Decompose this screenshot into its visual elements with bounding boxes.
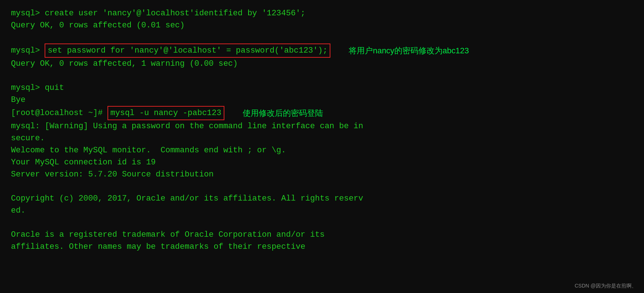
annotation-login: 使用修改后的密码登陆 (243, 107, 323, 119)
terminal-line-5: Query OK, 0 rows affected, 1 warning (0.… (11, 58, 633, 70)
empty-line-2 (11, 70, 633, 82)
annotation-password-change: 将用户nancy的密码修改为abc123 (349, 45, 469, 57)
terminal-line-2: Query OK, 0 rows affected (0.01 sec) (11, 19, 633, 31)
mysql-login-command: mysql -u nancy -pabc123 (107, 106, 224, 120)
mysql-login-line: [root@localhost ~]# mysql -u nancy -pabc… (11, 106, 633, 120)
terminal-line-1: mysql> create user 'nancy'@'localhost'id… (11, 7, 633, 19)
branding-text: CSDN @因为你是在煎啊、 (575, 283, 637, 289)
terminal-copyright2: ed. (11, 205, 633, 217)
terminal-bye: Bye (11, 94, 633, 106)
empty-line-1 (11, 31, 633, 43)
empty-line-4 (11, 217, 633, 229)
terminal-version: Server version: 5.7.20 Source distributi… (11, 168, 633, 180)
set-password-prompt: mysql> set password for 'nancy'@'localho… (11, 43, 330, 58)
terminal-oracle1: Oracle is a registered trademark of Orac… (11, 229, 633, 241)
terminal-content: mysql> create user 'nancy'@'localhost'id… (11, 7, 633, 253)
terminal-quit: mysql> quit (11, 82, 633, 94)
terminal-oracle2: affiliates. Other names may be trademark… (11, 241, 633, 253)
empty-line-3 (11, 180, 633, 193)
terminal-copyright1: Copyright (c) 2000, 2017, Oracle and/or … (11, 193, 633, 205)
terminal-warning1: mysql: [Warning] Using a password on the… (11, 120, 633, 132)
set-password-command: set password for 'nancy'@'localhost' = p… (45, 43, 330, 58)
terminal-welcome: Welcome to the MySQL monitor. Commands e… (11, 144, 633, 156)
mysql-login-prompt: [root@localhost ~]# mysql -u nancy -pabc… (11, 106, 224, 120)
set-password-line: mysql> set password for 'nancy'@'localho… (11, 43, 633, 58)
terminal-connid: Your MySQL connection id is 19 (11, 156, 633, 168)
terminal-warning2: secure. (11, 132, 633, 144)
